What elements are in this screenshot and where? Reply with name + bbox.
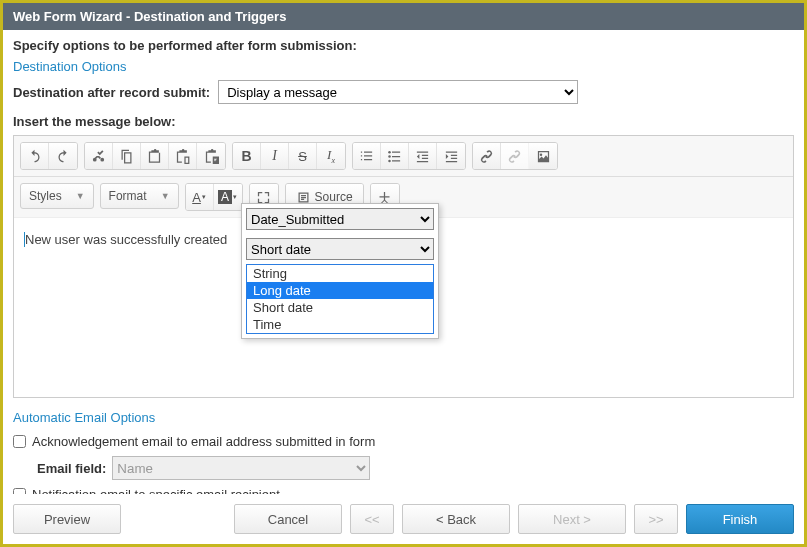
svg-point-1	[388, 155, 391, 158]
redo-button[interactable]	[49, 143, 77, 169]
instruction-text: Specify options to be performed after fo…	[13, 38, 794, 53]
wizard-footer: Preview Cancel << < Back Next > >> Finis…	[3, 494, 804, 544]
styles-dropdown[interactable]: Styles▼	[20, 183, 94, 209]
text-color-button[interactable]: A▾	[186, 184, 214, 210]
link-button[interactable]	[473, 143, 501, 169]
destination-heading: Destination Options	[13, 59, 794, 74]
destination-select[interactable]: Display a message	[218, 80, 578, 104]
message-label: Insert the message below:	[13, 114, 794, 129]
email-field-label: Email field:	[37, 461, 106, 476]
bg-color-button[interactable]: A▾	[214, 184, 242, 210]
unlink-button[interactable]	[501, 143, 529, 169]
format-option-long-date[interactable]: Long date	[247, 282, 433, 299]
format-dropdown[interactable]: Format▼	[100, 183, 179, 209]
auto-email-heading: Automatic Email Options	[13, 410, 794, 425]
first-button[interactable]: <<	[350, 504, 394, 534]
paste-word-button[interactable]	[197, 143, 225, 169]
last-button[interactable]: >>	[634, 504, 678, 534]
next-button[interactable]: Next >	[518, 504, 626, 534]
popup-format-options: String Long date Short date Time	[246, 264, 434, 334]
numbered-list-button[interactable]	[353, 143, 381, 169]
image-button[interactable]	[529, 143, 557, 169]
ack-email-checkbox[interactable]	[13, 435, 26, 448]
insert-field-popup: Date_Submitted Short date String Long da…	[241, 203, 439, 339]
bold-button[interactable]: B	[233, 143, 261, 169]
svg-point-0	[388, 150, 391, 153]
destination-label: Destination after record submit:	[13, 85, 210, 100]
editor-toolbar-row1: B I S Ix	[14, 136, 793, 177]
svg-point-2	[388, 159, 391, 162]
editor-text: New user was successfully created	[25, 232, 227, 247]
outdent-button[interactable]	[409, 143, 437, 169]
indent-button[interactable]	[437, 143, 465, 169]
preview-button[interactable]: Preview	[13, 504, 121, 534]
undo-button[interactable]	[21, 143, 49, 169]
window-title: Web Form Wizard - Destination and Trigge…	[3, 3, 804, 30]
strike-button[interactable]: S	[289, 143, 317, 169]
back-button[interactable]: < Back	[402, 504, 510, 534]
paste-text-button[interactable]	[169, 143, 197, 169]
format-option-string[interactable]: String	[247, 265, 433, 282]
bullet-list-button[interactable]	[381, 143, 409, 169]
paste-button[interactable]	[141, 143, 169, 169]
popup-format-select[interactable]: Short date	[246, 238, 434, 260]
cancel-button[interactable]: Cancel	[234, 504, 342, 534]
remove-format-button[interactable]: Ix	[317, 143, 345, 169]
copy-button[interactable]	[113, 143, 141, 169]
email-field-select[interactable]: Name	[112, 456, 370, 480]
format-option-time[interactable]: Time	[247, 316, 433, 333]
cut-button[interactable]	[85, 143, 113, 169]
ack-email-label: Acknowledgement email to email address s…	[32, 434, 375, 449]
format-option-short-date[interactable]: Short date	[247, 299, 433, 316]
italic-button[interactable]: I	[261, 143, 289, 169]
popup-field-select[interactable]: Date_Submitted	[246, 208, 434, 230]
finish-button[interactable]: Finish	[686, 504, 794, 534]
